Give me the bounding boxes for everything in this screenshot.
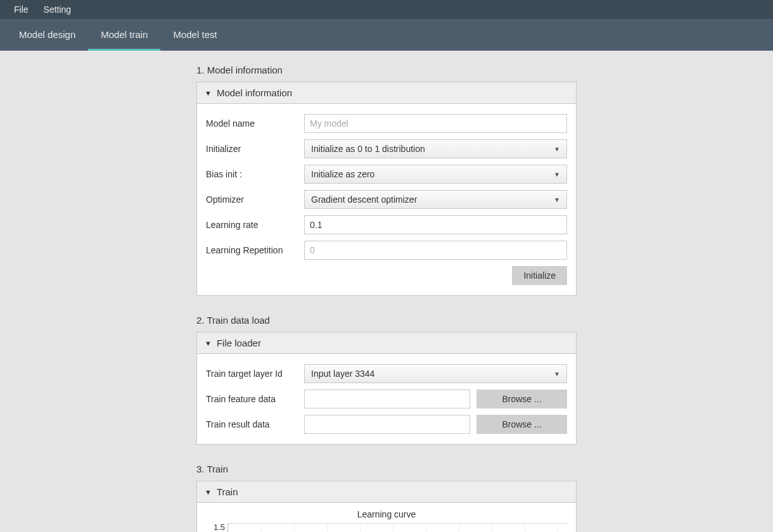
label-train-feature-data: Train feature data bbox=[206, 394, 304, 404]
tab-model-train[interactable]: Model train bbox=[88, 19, 160, 51]
train-target-layer-select[interactable]: Input layer 3344 ▼ bbox=[304, 364, 567, 383]
caret-down-icon: ▼ bbox=[205, 89, 212, 97]
chevron-down-icon: ▼ bbox=[554, 370, 560, 377]
label-bias-init: Bias init : bbox=[206, 169, 304, 179]
menubar: File Setting bbox=[0, 0, 773, 19]
initialize-button[interactable]: Initialize bbox=[512, 266, 567, 285]
label-train-result-data: Train result data bbox=[206, 419, 304, 429]
label-train-target-layer: Train target layer Id bbox=[206, 369, 304, 379]
caret-down-icon: ▼ bbox=[205, 339, 212, 347]
model-name-input[interactable] bbox=[304, 114, 567, 133]
content: 1. Model information ▼ Model information… bbox=[196, 51, 577, 532]
tab-model-test[interactable]: Model test bbox=[160, 19, 229, 51]
panel-header-train[interactable]: ▼ Train bbox=[197, 481, 576, 503]
browse-result-button[interactable]: Browse ... bbox=[476, 415, 567, 434]
menu-setting[interactable]: Setting bbox=[36, 1, 79, 18]
panel-title-text: Train bbox=[217, 486, 238, 497]
tab-model-design[interactable]: Model design bbox=[6, 19, 88, 51]
panel-header-model-information[interactable]: ▼ Model information bbox=[197, 82, 576, 104]
initializer-value: Initialize as 0 to 1 distribution bbox=[311, 144, 425, 154]
label-learning-repetition: Learning Repetition bbox=[206, 245, 304, 255]
panel-title-text: File loader bbox=[217, 338, 261, 348]
bias-init-select[interactable]: Initialize as zero ▼ bbox=[304, 165, 567, 184]
train-result-data-input[interactable] bbox=[304, 415, 470, 434]
content-scroll[interactable]: 1. Model information ▼ Model information… bbox=[0, 51, 773, 532]
panel-train: ▼ Train Learning curve 1.5 1.25 bbox=[196, 481, 577, 532]
chevron-down-icon: ▼ bbox=[554, 146, 560, 153]
plot-area bbox=[227, 523, 567, 532]
learning-rate-input[interactable] bbox=[304, 215, 567, 234]
caret-down-icon: ▼ bbox=[205, 488, 212, 496]
section3-title: 3. Train bbox=[196, 464, 577, 474]
train-target-layer-value: Input layer 3344 bbox=[311, 369, 374, 379]
y-tick: 1.5 bbox=[206, 523, 225, 532]
label-learning-rate: Learning rate bbox=[206, 220, 304, 230]
panel-body-model-information: Model name Initializer Initialize as 0 t… bbox=[197, 104, 576, 295]
learning-curve-chart: 1.5 1.25 bbox=[206, 523, 567, 532]
chart-wrap: Learning curve 1.5 1.25 bbox=[197, 503, 576, 532]
chevron-down-icon: ▼ bbox=[554, 171, 560, 178]
learning-repetition-input[interactable] bbox=[304, 241, 567, 260]
y-axis-ticks: 1.5 1.25 bbox=[206, 523, 227, 532]
train-feature-data-input[interactable] bbox=[304, 390, 470, 408]
label-optimizer: Optimizer bbox=[206, 194, 304, 205]
panel-body-file-loader: Train target layer Id Input layer 3344 ▼… bbox=[197, 354, 576, 444]
panel-header-file-loader[interactable]: ▼ File loader bbox=[197, 332, 576, 354]
bias-init-value: Initialize as zero bbox=[311, 169, 374, 179]
section2-title: 2. Train data load bbox=[196, 315, 577, 326]
optimizer-select[interactable]: Gradient descent optimizer ▼ bbox=[304, 190, 567, 209]
chart-title: Learning curve bbox=[206, 509, 567, 519]
tabbar: Model design Model train Model test bbox=[0, 19, 773, 51]
browse-feature-button[interactable]: Browse ... bbox=[476, 390, 567, 408]
panel-model-information: ▼ Model information Model name Initializ… bbox=[196, 82, 577, 296]
chevron-down-icon: ▼ bbox=[554, 196, 560, 203]
menu-file[interactable]: File bbox=[6, 1, 36, 18]
optimizer-value: Gradient descent optimizer bbox=[311, 194, 417, 205]
initializer-select[interactable]: Initialize as 0 to 1 distribution ▼ bbox=[304, 139, 567, 158]
label-model-name: Model name bbox=[206, 118, 304, 129]
panel-file-loader: ▼ File loader Train target layer Id Inpu… bbox=[196, 332, 577, 445]
section1-title: 1. Model information bbox=[196, 65, 577, 75]
panel-title-text: Model information bbox=[217, 87, 292, 98]
label-initializer: Initializer bbox=[206, 144, 304, 154]
